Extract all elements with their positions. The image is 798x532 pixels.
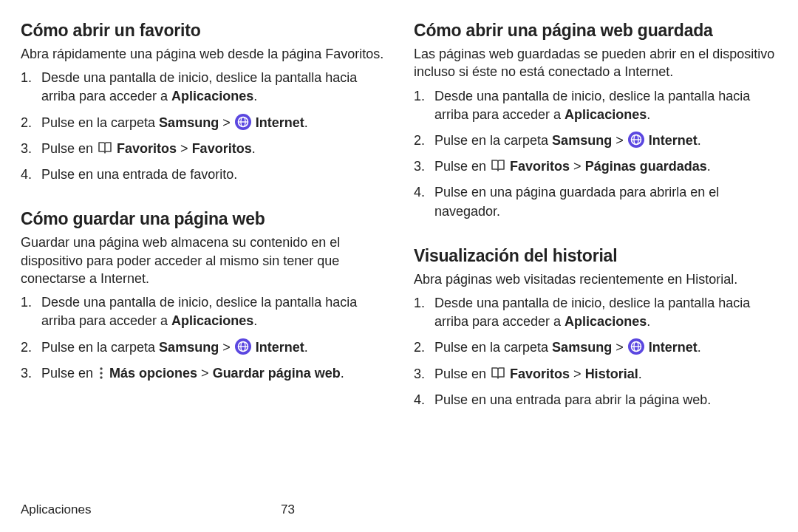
- step-text: Pulse en: [434, 366, 490, 381]
- step-bold: Internet: [649, 133, 698, 148]
- step: Desde una pantalla de inicio, deslice la…: [414, 294, 777, 331]
- more-options-icon: [98, 366, 104, 380]
- step-bold: Páginas guardadas: [585, 159, 707, 174]
- step: Pulse en la carpeta Samsung > Internet.: [21, 338, 384, 357]
- step: Pulse en la carpeta Samsung > Internet.: [414, 338, 777, 357]
- steps-history: Desde una pantalla de inicio, deslice la…: [414, 294, 777, 417]
- step-bold: Favoritos: [510, 159, 570, 174]
- step-bold: Samsung: [552, 340, 612, 355]
- lead-open-saved: Las páginas web guardadas se pueden abri…: [414, 45, 777, 81]
- step: Desde una pantalla de inicio, deslice la…: [21, 293, 384, 330]
- internet-icon: [628, 338, 644, 355]
- bookmark-icon: [491, 159, 505, 172]
- footer-page-number: 73: [281, 502, 295, 517]
- lead-open-bookmark: Abra rápidamente una página web desde la…: [21, 45, 384, 63]
- step-bold: Aplicaciones: [171, 313, 253, 328]
- step-bold: Más opciones: [109, 366, 197, 381]
- step-suffix: .: [647, 107, 650, 122]
- step-sep: >: [612, 133, 627, 148]
- heading-history: Visualización del historial: [414, 246, 777, 266]
- step-text: Pulse en: [434, 159, 490, 174]
- svg-point-9: [100, 372, 102, 374]
- svg-point-10: [100, 376, 102, 378]
- heading-open-saved: Cómo abrir una página web guardada: [414, 21, 777, 41]
- svg-point-8: [100, 367, 102, 369]
- step-suffix: .: [698, 340, 701, 355]
- step-bold: Favoritos: [117, 141, 177, 156]
- step-sep: >: [177, 141, 192, 156]
- step-bold: Historial: [585, 366, 638, 381]
- step-bold: Internet: [256, 115, 304, 130]
- step-sep: >: [219, 115, 234, 130]
- step: Pulse en la carpeta Samsung > Internet.: [414, 132, 777, 150]
- step-bold: Favoritos: [192, 141, 252, 156]
- step-suffix: .: [304, 340, 308, 355]
- step-text: Pulse en una entrada para abrir la págin…: [434, 392, 711, 407]
- step-text: Pulse en: [41, 141, 97, 156]
- step: Desde una pantalla de inicio, deslice la…: [414, 87, 777, 124]
- internet-icon: [235, 114, 251, 130]
- step-suffix: .: [253, 89, 257, 103]
- step-suffix: .: [638, 366, 642, 381]
- lead-save-page: Guardar una página web almacena su conte…: [21, 233, 384, 287]
- step-text: Pulse en una entrada de favorito.: [41, 167, 237, 182]
- heading-save-page: Cómo guardar una página web: [21, 209, 384, 229]
- step-suffix: .: [304, 115, 308, 130]
- step-text: Pulse en la carpeta: [41, 340, 159, 355]
- step: Pulse en Favoritos > Páginas guardadas.: [414, 157, 777, 176]
- lead-history: Abra páginas web visitadas recientemente…: [414, 270, 777, 288]
- step-suffix: .: [707, 159, 711, 174]
- step-suffix: .: [253, 313, 257, 328]
- steps-open-saved: Desde una pantalla de inicio, deslice la…: [414, 87, 777, 228]
- step: Pulse en una entrada de favorito.: [21, 166, 384, 184]
- step-sep: >: [219, 340, 234, 355]
- step-text: Pulse en una página guardada para abrirl…: [434, 185, 719, 218]
- internet-icon: [628, 132, 644, 148]
- step: Pulse en una página guardada para abrirl…: [414, 183, 777, 220]
- step: Pulse en Favoritos > Favoritos.: [21, 140, 384, 158]
- step-bold: Samsung: [552, 133, 612, 148]
- step: Pulse en Más opciones > Guardar página w…: [21, 364, 384, 383]
- bookmark-icon: [491, 366, 505, 380]
- step-bold: Internet: [256, 340, 304, 355]
- step-suffix: .: [341, 366, 344, 381]
- step-bold: Aplicaciones: [565, 107, 647, 122]
- step: Desde una pantalla de inicio, deslice la…: [21, 69, 384, 106]
- page-footer: Aplicaciones 73: [21, 502, 390, 517]
- step-bold: Guardar página web: [213, 366, 341, 381]
- step-sep: >: [612, 340, 627, 355]
- step-suffix: .: [698, 133, 701, 148]
- left-column: Cómo abrir un favorito Abra rápidamente …: [21, 21, 384, 525]
- step-suffix: .: [252, 141, 256, 156]
- step: Pulse en la carpeta Samsung > Internet.: [21, 114, 384, 132]
- steps-save-page: Desde una pantalla de inicio, deslice la…: [21, 293, 384, 390]
- step-bold: Internet: [649, 340, 698, 355]
- step-bold: Favoritos: [510, 366, 570, 381]
- internet-icon: [235, 338, 251, 355]
- step-bold: Aplicaciones: [565, 314, 647, 329]
- step: Pulse en una entrada para abrir la págin…: [414, 391, 777, 409]
- heading-open-bookmark: Cómo abrir un favorito: [21, 21, 384, 41]
- right-column: Cómo abrir una página web guardada Las p…: [414, 21, 777, 525]
- step-sep: >: [570, 366, 585, 381]
- step: Pulse en Favoritos > Historial.: [414, 365, 777, 383]
- steps-open-bookmark: Desde una pantalla de inicio, deslice la…: [21, 69, 384, 191]
- step-text: Pulse en la carpeta: [434, 133, 552, 148]
- step-bold: Samsung: [159, 340, 219, 355]
- step-suffix: .: [647, 314, 650, 329]
- step-bold: Aplicaciones: [171, 89, 253, 103]
- step-text: Pulse en la carpeta: [41, 115, 159, 130]
- step-text: Pulse en la carpeta: [434, 340, 552, 355]
- step-sep: >: [570, 159, 585, 174]
- step-bold: Samsung: [159, 115, 219, 130]
- bookmark-icon: [98, 141, 112, 154]
- step-text: Pulse en: [41, 366, 97, 381]
- step-sep: >: [197, 366, 213, 381]
- footer-section: Aplicaciones: [21, 502, 91, 517]
